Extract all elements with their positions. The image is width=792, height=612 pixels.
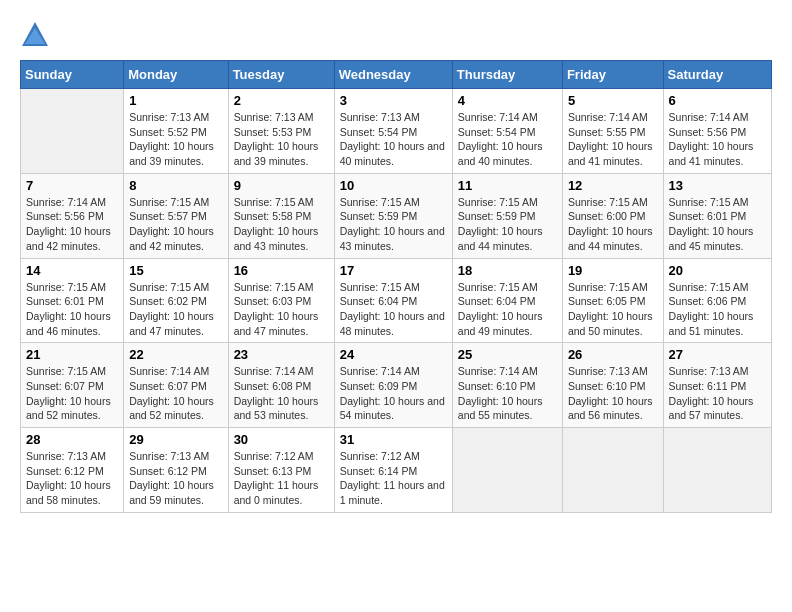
day-info: Sunrise: 7:15 AMSunset: 6:06 PMDaylight:…	[669, 280, 766, 339]
day-cell: 11Sunrise: 7:15 AMSunset: 5:59 PMDayligh…	[452, 173, 562, 258]
page-header	[20, 20, 772, 50]
day-cell: 29Sunrise: 7:13 AMSunset: 6:12 PMDayligh…	[124, 428, 228, 513]
day-info: Sunrise: 7:15 AMSunset: 5:59 PMDaylight:…	[340, 195, 447, 254]
day-number: 5	[568, 93, 658, 108]
day-cell: 3Sunrise: 7:13 AMSunset: 5:54 PMDaylight…	[334, 89, 452, 174]
day-cell: 16Sunrise: 7:15 AMSunset: 6:03 PMDayligh…	[228, 258, 334, 343]
day-info: Sunrise: 7:12 AMSunset: 6:14 PMDaylight:…	[340, 449, 447, 508]
day-cell: 31Sunrise: 7:12 AMSunset: 6:14 PMDayligh…	[334, 428, 452, 513]
day-info: Sunrise: 7:13 AMSunset: 6:12 PMDaylight:…	[26, 449, 118, 508]
day-info: Sunrise: 7:15 AMSunset: 5:57 PMDaylight:…	[129, 195, 222, 254]
day-cell: 28Sunrise: 7:13 AMSunset: 6:12 PMDayligh…	[21, 428, 124, 513]
header-cell-thursday: Thursday	[452, 61, 562, 89]
day-number: 31	[340, 432, 447, 447]
day-cell: 6Sunrise: 7:14 AMSunset: 5:56 PMDaylight…	[663, 89, 771, 174]
header-cell-saturday: Saturday	[663, 61, 771, 89]
day-cell: 30Sunrise: 7:12 AMSunset: 6:13 PMDayligh…	[228, 428, 334, 513]
day-number: 14	[26, 263, 118, 278]
header-cell-friday: Friday	[562, 61, 663, 89]
day-cell: 1Sunrise: 7:13 AMSunset: 5:52 PMDaylight…	[124, 89, 228, 174]
day-info: Sunrise: 7:13 AMSunset: 6:12 PMDaylight:…	[129, 449, 222, 508]
day-cell: 14Sunrise: 7:15 AMSunset: 6:01 PMDayligh…	[21, 258, 124, 343]
day-number: 20	[669, 263, 766, 278]
day-info: Sunrise: 7:13 AMSunset: 5:52 PMDaylight:…	[129, 110, 222, 169]
day-info: Sunrise: 7:15 AMSunset: 6:04 PMDaylight:…	[458, 280, 557, 339]
day-info: Sunrise: 7:14 AMSunset: 5:54 PMDaylight:…	[458, 110, 557, 169]
week-row-2: 7Sunrise: 7:14 AMSunset: 5:56 PMDaylight…	[21, 173, 772, 258]
day-number: 18	[458, 263, 557, 278]
day-info: Sunrise: 7:15 AMSunset: 6:05 PMDaylight:…	[568, 280, 658, 339]
header-cell-monday: Monday	[124, 61, 228, 89]
day-cell: 25Sunrise: 7:14 AMSunset: 6:10 PMDayligh…	[452, 343, 562, 428]
day-info: Sunrise: 7:13 AMSunset: 5:54 PMDaylight:…	[340, 110, 447, 169]
day-cell: 2Sunrise: 7:13 AMSunset: 5:53 PMDaylight…	[228, 89, 334, 174]
header-cell-tuesday: Tuesday	[228, 61, 334, 89]
day-cell	[452, 428, 562, 513]
logo	[20, 20, 54, 50]
day-number: 30	[234, 432, 329, 447]
day-info: Sunrise: 7:14 AMSunset: 6:08 PMDaylight:…	[234, 364, 329, 423]
day-info: Sunrise: 7:12 AMSunset: 6:13 PMDaylight:…	[234, 449, 329, 508]
day-cell: 17Sunrise: 7:15 AMSunset: 6:04 PMDayligh…	[334, 258, 452, 343]
day-cell: 12Sunrise: 7:15 AMSunset: 6:00 PMDayligh…	[562, 173, 663, 258]
header-row: SundayMondayTuesdayWednesdayThursdayFrid…	[21, 61, 772, 89]
logo-icon	[20, 20, 50, 50]
day-cell: 8Sunrise: 7:15 AMSunset: 5:57 PMDaylight…	[124, 173, 228, 258]
day-info: Sunrise: 7:15 AMSunset: 5:58 PMDaylight:…	[234, 195, 329, 254]
day-info: Sunrise: 7:14 AMSunset: 6:09 PMDaylight:…	[340, 364, 447, 423]
day-cell: 18Sunrise: 7:15 AMSunset: 6:04 PMDayligh…	[452, 258, 562, 343]
day-cell: 5Sunrise: 7:14 AMSunset: 5:55 PMDaylight…	[562, 89, 663, 174]
day-cell: 24Sunrise: 7:14 AMSunset: 6:09 PMDayligh…	[334, 343, 452, 428]
day-info: Sunrise: 7:15 AMSunset: 6:01 PMDaylight:…	[669, 195, 766, 254]
day-number: 1	[129, 93, 222, 108]
day-info: Sunrise: 7:14 AMSunset: 5:55 PMDaylight:…	[568, 110, 658, 169]
day-cell: 10Sunrise: 7:15 AMSunset: 5:59 PMDayligh…	[334, 173, 452, 258]
day-cell: 7Sunrise: 7:14 AMSunset: 5:56 PMDaylight…	[21, 173, 124, 258]
day-info: Sunrise: 7:14 AMSunset: 5:56 PMDaylight:…	[669, 110, 766, 169]
week-row-3: 14Sunrise: 7:15 AMSunset: 6:01 PMDayligh…	[21, 258, 772, 343]
day-cell: 22Sunrise: 7:14 AMSunset: 6:07 PMDayligh…	[124, 343, 228, 428]
day-cell: 9Sunrise: 7:15 AMSunset: 5:58 PMDaylight…	[228, 173, 334, 258]
day-number: 3	[340, 93, 447, 108]
day-number: 15	[129, 263, 222, 278]
day-cell: 13Sunrise: 7:15 AMSunset: 6:01 PMDayligh…	[663, 173, 771, 258]
day-info: Sunrise: 7:15 AMSunset: 6:02 PMDaylight:…	[129, 280, 222, 339]
day-number: 24	[340, 347, 447, 362]
day-number: 19	[568, 263, 658, 278]
day-number: 26	[568, 347, 658, 362]
day-number: 22	[129, 347, 222, 362]
day-info: Sunrise: 7:15 AMSunset: 6:04 PMDaylight:…	[340, 280, 447, 339]
day-number: 13	[669, 178, 766, 193]
day-cell: 20Sunrise: 7:15 AMSunset: 6:06 PMDayligh…	[663, 258, 771, 343]
day-cell: 21Sunrise: 7:15 AMSunset: 6:07 PMDayligh…	[21, 343, 124, 428]
day-number: 8	[129, 178, 222, 193]
day-number: 7	[26, 178, 118, 193]
day-info: Sunrise: 7:15 AMSunset: 6:03 PMDaylight:…	[234, 280, 329, 339]
day-info: Sunrise: 7:14 AMSunset: 6:10 PMDaylight:…	[458, 364, 557, 423]
day-number: 2	[234, 93, 329, 108]
day-info: Sunrise: 7:15 AMSunset: 6:07 PMDaylight:…	[26, 364, 118, 423]
day-info: Sunrise: 7:13 AMSunset: 5:53 PMDaylight:…	[234, 110, 329, 169]
day-number: 11	[458, 178, 557, 193]
day-info: Sunrise: 7:15 AMSunset: 6:00 PMDaylight:…	[568, 195, 658, 254]
day-cell: 15Sunrise: 7:15 AMSunset: 6:02 PMDayligh…	[124, 258, 228, 343]
day-info: Sunrise: 7:14 AMSunset: 6:07 PMDaylight:…	[129, 364, 222, 423]
day-info: Sunrise: 7:15 AMSunset: 6:01 PMDaylight:…	[26, 280, 118, 339]
day-info: Sunrise: 7:15 AMSunset: 5:59 PMDaylight:…	[458, 195, 557, 254]
day-info: Sunrise: 7:14 AMSunset: 5:56 PMDaylight:…	[26, 195, 118, 254]
day-number: 16	[234, 263, 329, 278]
day-cell: 27Sunrise: 7:13 AMSunset: 6:11 PMDayligh…	[663, 343, 771, 428]
day-number: 28	[26, 432, 118, 447]
header-cell-sunday: Sunday	[21, 61, 124, 89]
week-row-4: 21Sunrise: 7:15 AMSunset: 6:07 PMDayligh…	[21, 343, 772, 428]
day-info: Sunrise: 7:13 AMSunset: 6:11 PMDaylight:…	[669, 364, 766, 423]
day-number: 10	[340, 178, 447, 193]
day-cell	[21, 89, 124, 174]
day-number: 9	[234, 178, 329, 193]
day-number: 17	[340, 263, 447, 278]
day-cell	[663, 428, 771, 513]
day-cell: 26Sunrise: 7:13 AMSunset: 6:10 PMDayligh…	[562, 343, 663, 428]
day-number: 23	[234, 347, 329, 362]
day-cell: 4Sunrise: 7:14 AMSunset: 5:54 PMDaylight…	[452, 89, 562, 174]
day-number: 4	[458, 93, 557, 108]
